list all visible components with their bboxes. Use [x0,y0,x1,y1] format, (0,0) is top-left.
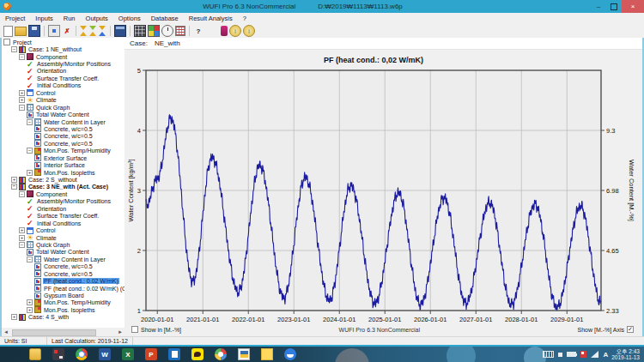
menu-item-run[interactable]: Run [58,15,81,22]
collapse-minus-icon[interactable]: − [27,148,33,154]
tree-item[interactable]: ✓Surface Transfer Coeff. [2,75,125,81]
tree-item[interactable]: ✓Surface Transfer Coeff. [2,213,125,220]
collapse-minus-icon[interactable]: − [11,184,17,190]
ime-indicator[interactable]: A [603,351,608,359]
tray-item-icon[interactable] [558,353,562,357]
tree-horizontal-scrollbar[interactable]: ◂ ▸ [2,328,125,336]
tree-item[interactable]: ✓Assembly/Monitor Positions [2,198,125,205]
status-window-icon[interactable] [114,25,126,37]
tree-item[interactable]: Concrete, w/c=0.5 [2,140,125,147]
tree-item[interactable]: Concrete, w/c=0.5 [2,270,125,277]
info-coin-2-icon[interactable]: i [243,25,255,37]
tree-item[interactable]: PF (heat cond.: 0.02 W/mK) [2,277,125,284]
expand-plus-icon[interactable]: + [19,90,25,96]
expand-plus-icon[interactable]: + [11,177,17,183]
open-project-icon[interactable] [15,27,27,36]
menu-item-project[interactable]: Project [0,15,30,22]
whale-browser-icon[interactable] [284,348,296,360]
touch-keyboard-icon[interactable] [543,351,554,358]
scrollbar-thumb[interactable] [12,329,96,336]
expand-plus-icon[interactable]: + [11,314,17,320]
python-file-icon[interactable] [238,348,250,360]
collapse-minus-icon[interactable]: − [27,119,33,125]
tree-item[interactable]: −Mon.Pos. Temp/Humidity [2,148,125,154]
tree-item[interactable]: −Case: 1 NE_without [2,45,125,52]
security-alert-icon[interactable] [580,351,586,358]
sticky-notes-icon[interactable] [261,348,273,360]
restore-button[interactable] [606,0,622,13]
collapse-minus-icon[interactable]: − [27,256,33,262]
run-calculation-icon[interactable] [80,26,88,36]
tree-item[interactable]: ✓Initial Conditions [2,220,125,226]
tree-item[interactable]: +☀Climate [2,234,125,241]
tree-item[interactable]: ✓Orientation [2,205,125,212]
tree-item[interactable]: −Water Content in Layer [2,118,125,125]
animation-icon[interactable] [161,25,173,37]
menu-item-options[interactable]: Options [113,15,146,22]
excel-icon[interactable]: X [122,348,134,360]
collapse-minus-icon[interactable]: − [19,191,25,197]
tree-item[interactable]: −Component [2,190,125,197]
tree-item[interactable]: −Quick Graph [2,241,125,248]
expand-plus-icon[interactable]: + [27,307,33,313]
word-icon[interactable]: W [99,348,111,360]
quick-graph-icon[interactable] [148,25,160,37]
run-with-dialog-icon[interactable] [99,26,106,36]
tree-item[interactable]: ✓Assembly/Monitor Positions [2,60,125,67]
taskbar-clock[interactable]: 오후 2:43 2019-11-13 [611,348,640,361]
collapse-minus-icon[interactable]: − [19,242,25,248]
delete-case-icon[interactable]: ✗ [62,26,72,36]
expand-plus-icon[interactable]: + [27,299,33,305]
menu-item-outputs[interactable]: Outputs [81,15,113,22]
tree-item[interactable]: +☀Climate [2,97,125,104]
film-results-icon[interactable] [134,25,146,37]
show-m-percent-axis-checkbox[interactable]: ✓ [627,326,634,333]
tree-item[interactable]: Concrete, w/c=0.5 [2,133,125,140]
menu-item-database[interactable]: Database [146,15,184,22]
close-button[interactable]: × [622,0,644,13]
hancom-doc-icon[interactable] [168,348,180,360]
tree-item[interactable]: Interior Surface [2,161,125,168]
edit-case-icon[interactable] [48,25,60,37]
tree-item[interactable]: +Mon.Pos. Isopleths [2,169,125,176]
menu-item-result-analysis[interactable]: Result Analysis [184,15,238,22]
expand-plus-icon[interactable]: + [27,170,33,176]
run-all-cases-icon[interactable] [89,26,97,36]
tree-item[interactable]: Concrete, w/c=0.5 [2,125,125,132]
tree-item[interactable]: Gypsum Board [2,292,125,299]
menu-item-inputs[interactable]: Inputs [30,15,58,22]
expand-plus-icon[interactable]: + [19,227,25,233]
chrome-icon[interactable] [76,348,88,360]
help-icon[interactable]: ? [193,26,204,36]
network-signal-icon[interactable] [591,351,598,358]
tree-item[interactable]: +Case: 2 S_without [2,176,125,183]
tree-item[interactable]: +Control [2,226,125,233]
tree-item[interactable]: PF (heat cond.: 0.02 W/mK) (Cop [2,285,125,292]
tree-item[interactable]: ✓Initial Conditions [2,82,125,89]
file-explorer-icon[interactable] [29,348,41,360]
collapse-minus-icon[interactable]: − [11,46,17,52]
tree-item[interactable]: Total Water Content [2,249,125,256]
new-project-icon[interactable] [3,26,13,37]
show-in-m-percent-checkbox[interactable] [131,326,138,333]
capture-tool-icon[interactable] [52,348,64,360]
info-coin-1-icon[interactable]: i [229,25,241,37]
scroll-right-icon[interactable]: ▸ [116,329,125,335]
tree-item[interactable]: +Mon.Pos. Temp/Humidity [2,299,125,306]
tree-item[interactable]: ✓Orientation [2,68,125,75]
scrollbar-track[interactable] [10,329,116,335]
tree-item[interactable]: Total Water Content [2,111,125,118]
report-icon[interactable] [175,26,185,36]
kakaotalk-icon[interactable] [191,348,204,360]
powerpoint-icon[interactable]: P [145,348,157,360]
wufi-plus-icon[interactable] [221,26,228,36]
tree-item[interactable]: −Case: 3 NE_with (Act. Case) [2,184,125,190]
minimize-button[interactable]: – [591,0,606,13]
expand-plus-icon[interactable]: + [19,235,25,241]
tree-item[interactable]: −Water Content in Layer [2,256,125,262]
tree-item[interactable]: +Case: 4 S_with [2,314,125,321]
collapse-minus-icon[interactable]: − [19,54,25,60]
battery-icon[interactable] [567,352,576,357]
expand-plus-icon[interactable]: + [19,97,25,103]
paint-icon[interactable] [215,348,227,360]
